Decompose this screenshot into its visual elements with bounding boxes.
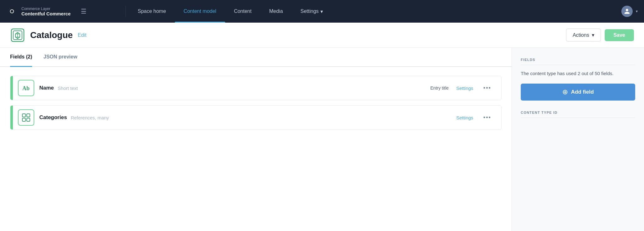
save-button[interactable]: Save [605,29,634,41]
top-navigation: Commerce Layer Contentful Commerce ☰ Spa… [0,0,644,23]
nav-space-home[interactable]: Space home [129,0,175,23]
field-type-label-categories: References, many [71,115,109,120]
user-icon [624,8,630,14]
svg-rect-6 [27,114,30,117]
left-panel: Fields (2) JSON preview Ab Name Short te… [0,48,512,231]
brand-app-name: Commerce Layer [21,7,71,11]
catalogue-icon [10,28,25,43]
brand-space-name: Contentful Commerce [21,11,71,16]
ab-icon: Ab [22,84,31,92]
tab-json-preview[interactable]: JSON preview [43,48,77,67]
content-type-id-title: CONTENT TYPE ID [521,111,635,118]
page-header-left: Catalogue Edit [10,28,566,43]
actions-chevron-icon: ▾ [592,32,594,38]
field-icon-name: Ab [18,80,34,96]
svg-rect-7 [22,118,25,121]
field-name-label-categories: Categories [39,114,67,121]
svg-rect-8 [27,118,30,121]
nav-content[interactable]: Content [225,0,260,23]
field-settings-name[interactable]: Settings [456,85,473,91]
field-drag-handle-categories[interactable] [10,106,13,129]
field-item-categories: Categories References, many Settings ••• [10,105,502,130]
svg-rect-5 [22,114,25,117]
page-header-right: Actions ▾ Save [566,29,634,41]
fields-list: Ab Name Short text Entry title Settings … [0,67,512,139]
commerce-layer-logo [6,6,18,17]
right-panel: FIELDS The content type has used 2 out o… [512,48,644,231]
content-type-section: CONTENT TYPE ID [521,111,635,118]
svg-point-1 [10,10,14,13]
svg-point-0 [6,6,18,17]
tabs-bar: Fields (2) JSON preview [0,48,512,67]
field-settings-categories[interactable]: Settings [456,115,473,120]
nav-content-model[interactable]: Content model [175,0,225,23]
nav-media[interactable]: Media [260,0,292,23]
brand-text: Commerce Layer Contentful Commerce [21,7,71,16]
field-type-label: Short text [58,85,78,91]
hamburger-button[interactable]: ☰ [81,8,86,15]
field-more-button-categories[interactable]: ••• [481,113,494,122]
field-item-name: Ab Name Short text Entry title Settings … [10,76,502,100]
main-content: Fields (2) JSON preview Ab Name Short te… [0,48,644,231]
chevron-down-icon: ▾ [320,8,323,14]
field-more-button-name[interactable]: ••• [481,84,494,93]
nav-settings[interactable]: Settings ▾ [292,0,332,23]
user-avatar-button[interactable] [621,6,633,17]
avatar-chevron-icon: ▾ [636,9,638,14]
page-header: Catalogue Edit Actions ▾ Save [0,23,644,48]
actions-button[interactable]: Actions ▾ [566,29,601,41]
edit-link[interactable]: Edit [78,32,86,38]
nav-right-area: ▾ [621,6,644,17]
field-name-label: Name [39,85,54,91]
field-actions-categories: Settings ••• [449,113,501,122]
field-info-categories: Categories References, many [39,114,449,121]
field-badge-name: Entry title [430,85,449,91]
fields-section-title: FIELDS [521,58,635,65]
page-title: Catalogue [30,30,73,40]
field-actions-name: Entry title Settings ••• [430,84,501,93]
svg-text:Ab: Ab [22,85,30,91]
add-field-button[interactable]: ⊕ Add field [521,84,635,101]
add-field-plus-icon: ⊕ [562,89,568,96]
field-drag-handle-name[interactable] [10,76,13,100]
references-icon [22,113,31,122]
fields-usage-text: The content type has used 2 out of 50 fi… [521,70,635,77]
tab-fields[interactable]: Fields (2) [10,48,32,67]
nav-links: Space home Content model Content Media S… [126,0,621,23]
field-info-name: Name Short text [39,85,430,91]
field-icon-categories [18,109,34,126]
brand-area: Commerce Layer Contentful Commerce ☰ [6,6,126,17]
